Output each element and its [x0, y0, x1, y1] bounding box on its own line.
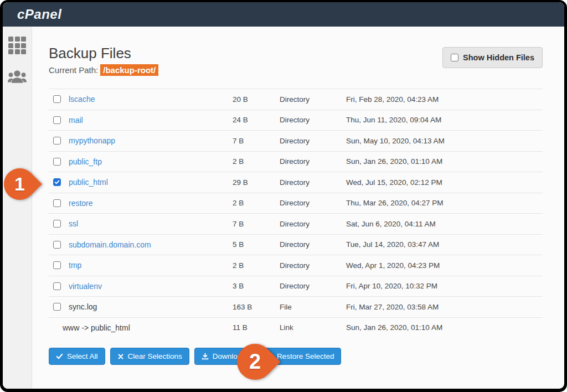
- current-path-label: Current Path:: [49, 65, 98, 75]
- file-size: 3 B: [233, 282, 280, 290]
- file-modified-date: Sun, Jan 26, 2020, 01:10 AM: [346, 323, 543, 332]
- file-table: lscache20 BDirectoryFri, Feb 28, 2020, 0…: [49, 89, 543, 338]
- file-link[interactable]: tmp: [69, 261, 81, 270]
- file-type: Directory: [280, 282, 346, 290]
- file-size: 11 B: [233, 323, 280, 332]
- file-name-cell: restore: [49, 199, 233, 208]
- breadcrumb: Current Path:/backup-root/: [49, 65, 158, 75]
- file-link[interactable]: mail: [69, 116, 83, 125]
- file-type: File: [280, 303, 346, 311]
- row-checkbox[interactable]: [53, 137, 61, 145]
- file-modified-date: Wed, Apr 1, 2020, 04:23 PM: [346, 261, 543, 270]
- row-checkbox[interactable]: [53, 241, 61, 249]
- file-modified-date: Thu, Mar 26, 2020, 04:27 PM: [346, 199, 543, 207]
- table-row: mail24 BDirectoryThu, Jun 11, 2020, 09:0…: [49, 110, 543, 131]
- file-link[interactable]: restore: [69, 199, 93, 208]
- file-name-cell: virtualenv: [49, 282, 233, 291]
- file-modified-date: Wed, Jul 15, 2020, 02:12 PM: [346, 178, 543, 187]
- table-row: subdomain.domain.com5 BDirectoryTue, Jul…: [49, 234, 543, 255]
- file-modified-date: Fri, Apr 10, 2020, 10:32 PM: [346, 282, 543, 290]
- file-type: Link: [280, 323, 346, 332]
- check-icon: [56, 353, 63, 360]
- file-size: 20 B: [233, 95, 280, 104]
- file-type: Directory: [280, 178, 346, 187]
- page-header: Backup Files Current Path:/backup-root/ …: [49, 45, 543, 75]
- file-size: 5 B: [233, 240, 280, 249]
- row-checkbox[interactable]: [53, 199, 61, 207]
- file-modified-date: Sat, Jun 6, 2020, 04:11 AM: [346, 220, 543, 228]
- file-size: 2 B: [233, 261, 280, 270]
- file-name-cell: tmp: [49, 261, 233, 270]
- show-hidden-files-label: Show Hidden Files: [463, 53, 534, 62]
- button-label: Restore Selected: [277, 352, 334, 360]
- table-row: mypythonapp7 BDirectorySun, May 10, 2020…: [49, 130, 543, 151]
- file-name-cell: subdomain.domain.com: [49, 240, 233, 249]
- file-type: Directory: [280, 116, 346, 124]
- page-title: Backup Files: [49, 45, 158, 61]
- clear-selections-button[interactable]: Clear Selections: [110, 348, 189, 365]
- table-row: virtualenv3 BDirectoryFri, Apr 10, 2020,…: [49, 276, 543, 297]
- file-type: Directory: [280, 240, 346, 249]
- table-row: tmp2 BDirectoryWed, Apr 1, 2020, 04:23 P…: [49, 255, 543, 276]
- file-link[interactable]: public_ftp: [69, 157, 102, 166]
- file-link[interactable]: mypythonapp: [69, 136, 115, 145]
- file-size: 29 B: [233, 178, 280, 187]
- file-name-cell: sync.log: [49, 302, 233, 311]
- select-all-button[interactable]: Select All: [49, 348, 105, 365]
- show-hidden-files-toggle[interactable]: Show Hidden Files: [442, 47, 543, 68]
- file-name-cell: lscache: [49, 95, 233, 104]
- cpanel-logo: cPanel: [17, 7, 61, 22]
- toolbar: Select AllClear SelectionsDownloadRestor…: [49, 348, 543, 365]
- sidebar-item-apps[interactable]: [8, 36, 27, 55]
- file-label: sync.log: [69, 302, 97, 311]
- download-button[interactable]: Download: [194, 348, 253, 365]
- file-link[interactable]: ssl: [69, 219, 78, 228]
- file-modified-date: Fri, Mar 27, 2020, 03:58 AM: [346, 303, 543, 311]
- file-link[interactable]: public_html: [69, 178, 108, 187]
- file-size: 2 B: [233, 157, 280, 166]
- file-link[interactable]: lscache: [69, 95, 95, 104]
- row-checkbox[interactable]: [53, 158, 61, 166]
- table-row: sync.log163 BFileFri, Mar 27, 2020, 03:5…: [49, 296, 543, 317]
- file-name-cell: www -> public_html: [49, 323, 233, 332]
- current-path-value: /backup-root/: [100, 64, 158, 76]
- file-size: 7 B: [233, 137, 280, 145]
- button-label: Clear Selections: [128, 352, 182, 360]
- sidebar: [3, 27, 32, 389]
- file-link[interactable]: subdomain.domain.com: [69, 240, 151, 249]
- table-row: restore2 BDirectoryThu, Mar 26, 2020, 04…: [49, 193, 543, 214]
- row-checkbox[interactable]: [53, 95, 61, 103]
- file-modified-date: Tue, Jul 14, 2020, 03:47 AM: [346, 240, 543, 249]
- file-type: Directory: [280, 199, 346, 207]
- file-name-cell: mail: [49, 116, 233, 125]
- page-body: Backup Files Current Path:/backup-root/ …: [3, 27, 564, 389]
- file-label: www -> public_html: [63, 323, 130, 332]
- row-checkbox[interactable]: [53, 116, 61, 124]
- table-row: lscache20 BDirectoryFri, Feb 28, 2020, 0…: [49, 89, 543, 110]
- row-checkbox[interactable]: [53, 282, 61, 290]
- file-link[interactable]: virtualenv: [69, 282, 102, 291]
- row-checkbox[interactable]: [53, 220, 61, 228]
- download-icon: [202, 353, 209, 360]
- top-banner: cPanel: [3, 2, 564, 27]
- row-checkbox-checked[interactable]: [53, 178, 61, 186]
- row-checkbox[interactable]: [53, 261, 61, 269]
- window-frame: cPanel: [0, 0, 567, 392]
- file-type: Directory: [280, 220, 346, 228]
- file-name-cell: public_ftp: [49, 157, 233, 166]
- file-size: 7 B: [233, 220, 280, 228]
- x-icon: [117, 353, 124, 360]
- button-label: Select All: [67, 352, 98, 360]
- apps-grid-icon: [8, 37, 26, 54]
- show-hidden-files-checkbox[interactable]: [451, 54, 458, 61]
- main-content: Backup Files Current Path:/backup-root/ …: [32, 27, 564, 389]
- file-type: Directory: [280, 157, 346, 166]
- file-size: 24 B: [233, 116, 280, 124]
- table-row: ssl7 BDirectorySat, Jun 6, 2020, 04:11 A…: [49, 213, 543, 234]
- sidebar-item-users[interactable]: [8, 68, 27, 87]
- file-size: 2 B: [233, 199, 280, 207]
- file-modified-date: Fri, Feb 28, 2020, 04:23 AM: [346, 95, 543, 104]
- row-checkbox[interactable]: [53, 303, 61, 311]
- restore-selected-button[interactable]: Restore Selected: [258, 348, 342, 365]
- file-name-cell: public_html: [49, 178, 233, 187]
